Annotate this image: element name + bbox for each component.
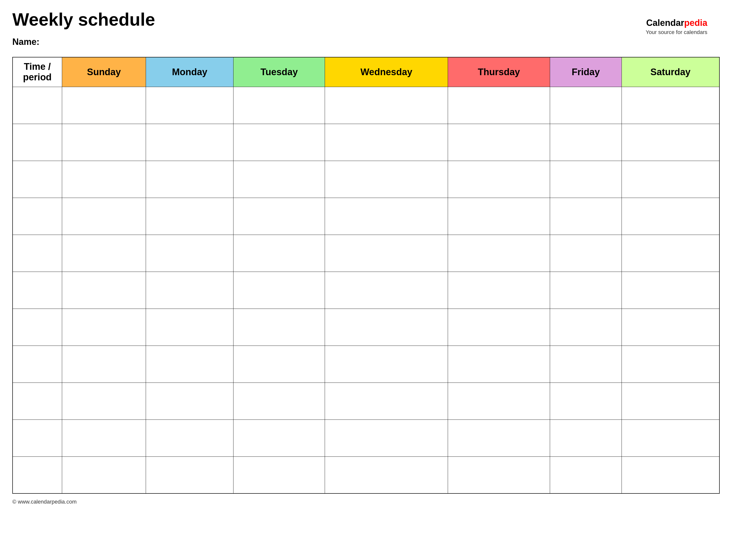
schedule-cell[interactable] bbox=[448, 383, 550, 420]
table-row bbox=[13, 235, 719, 272]
schedule-cell[interactable] bbox=[622, 346, 719, 383]
schedule-cell[interactable] bbox=[62, 383, 146, 420]
schedule-cell[interactable] bbox=[233, 272, 325, 309]
schedule-cell[interactable] bbox=[325, 161, 448, 198]
time-cell[interactable] bbox=[13, 87, 62, 124]
footer-website: © www.calendarpedia.com bbox=[12, 499, 720, 505]
schedule-cell[interactable] bbox=[62, 272, 146, 309]
schedule-cell[interactable] bbox=[550, 383, 622, 420]
schedule-cell[interactable] bbox=[325, 235, 448, 272]
header-thursday: Thursday bbox=[448, 57, 550, 87]
schedule-cell[interactable] bbox=[622, 272, 719, 309]
table-row bbox=[13, 161, 719, 198]
schedule-cell[interactable] bbox=[622, 161, 719, 198]
schedule-cell[interactable] bbox=[325, 309, 448, 346]
schedule-cell[interactable] bbox=[325, 124, 448, 161]
schedule-cell[interactable] bbox=[62, 87, 146, 124]
schedule-cell[interactable] bbox=[146, 346, 233, 383]
schedule-cell[interactable] bbox=[146, 420, 233, 456]
schedule-cell[interactable] bbox=[622, 235, 719, 272]
schedule-cell[interactable] bbox=[325, 346, 448, 383]
schedule-cell[interactable] bbox=[448, 309, 550, 346]
schedule-cell[interactable] bbox=[622, 198, 719, 235]
schedule-cell[interactable] bbox=[622, 383, 719, 420]
schedule-cell[interactable] bbox=[448, 235, 550, 272]
time-cell[interactable] bbox=[13, 124, 62, 161]
table-row bbox=[13, 383, 719, 420]
time-cell[interactable] bbox=[13, 383, 62, 420]
schedule-cell[interactable] bbox=[62, 235, 146, 272]
schedule-cell[interactable] bbox=[325, 198, 448, 235]
schedule-cell[interactable] bbox=[233, 346, 325, 383]
schedule-cell[interactable] bbox=[550, 456, 622, 493]
schedule-cell[interactable] bbox=[550, 346, 622, 383]
schedule-cell[interactable] bbox=[448, 161, 550, 198]
schedule-cell[interactable] bbox=[550, 198, 622, 235]
schedule-cell[interactable] bbox=[146, 309, 233, 346]
schedule-cell[interactable] bbox=[448, 456, 550, 493]
schedule-cell[interactable] bbox=[550, 87, 622, 124]
time-cell[interactable] bbox=[13, 420, 62, 456]
header-wednesday: Wednesday bbox=[325, 57, 448, 87]
schedule-cell[interactable] bbox=[146, 161, 233, 198]
schedule-cell[interactable] bbox=[325, 272, 448, 309]
schedule-cell[interactable] bbox=[146, 235, 233, 272]
schedule-cell[interactable] bbox=[62, 198, 146, 235]
schedule-cell[interactable] bbox=[325, 456, 448, 493]
schedule-cell[interactable] bbox=[233, 124, 325, 161]
schedule-cell[interactable] bbox=[622, 124, 719, 161]
table-row bbox=[13, 124, 719, 161]
schedule-cell[interactable] bbox=[146, 456, 233, 493]
schedule-cell[interactable] bbox=[62, 420, 146, 456]
schedule-cell[interactable] bbox=[62, 161, 146, 198]
schedule-cell[interactable] bbox=[622, 420, 719, 456]
schedule-table: Time / period Sunday Monday Tuesday Wedn… bbox=[12, 57, 720, 494]
schedule-cell[interactable] bbox=[146, 383, 233, 420]
time-cell[interactable] bbox=[13, 198, 62, 235]
schedule-cell[interactable] bbox=[233, 235, 325, 272]
schedule-cell[interactable] bbox=[146, 198, 233, 235]
time-cell[interactable] bbox=[13, 272, 62, 309]
schedule-cell[interactable] bbox=[233, 161, 325, 198]
schedule-cell[interactable] bbox=[62, 456, 146, 493]
time-cell[interactable] bbox=[13, 235, 62, 272]
schedule-cell[interactable] bbox=[146, 87, 233, 124]
schedule-cell[interactable] bbox=[325, 87, 448, 124]
schedule-cell[interactable] bbox=[62, 346, 146, 383]
schedule-cell[interactable] bbox=[448, 87, 550, 124]
schedule-cell[interactable] bbox=[448, 272, 550, 309]
schedule-cell[interactable] bbox=[62, 309, 146, 346]
header-row: Time / period Sunday Monday Tuesday Wedn… bbox=[13, 57, 719, 87]
schedule-cell[interactable] bbox=[622, 87, 719, 124]
schedule-cell[interactable] bbox=[622, 309, 719, 346]
schedule-cell[interactable] bbox=[325, 383, 448, 420]
schedule-cell[interactable] bbox=[550, 420, 622, 456]
schedule-cell[interactable] bbox=[233, 198, 325, 235]
time-cell[interactable] bbox=[13, 309, 62, 346]
schedule-cell[interactable] bbox=[233, 87, 325, 124]
schedule-cell[interactable] bbox=[622, 456, 719, 493]
schedule-cell[interactable] bbox=[233, 456, 325, 493]
time-cell[interactable] bbox=[13, 346, 62, 383]
brand-logo: Calendarpedia Your source for calendars bbox=[646, 17, 707, 36]
schedule-cell[interactable] bbox=[550, 161, 622, 198]
schedule-cell[interactable] bbox=[233, 309, 325, 346]
schedule-cell[interactable] bbox=[146, 124, 233, 161]
schedule-cell[interactable] bbox=[448, 346, 550, 383]
schedule-cell[interactable] bbox=[233, 420, 325, 456]
time-cell[interactable] bbox=[13, 161, 62, 198]
brand-name-pedia: pedia bbox=[684, 18, 707, 28]
brand-name-calendar: Calendar bbox=[646, 18, 684, 28]
schedule-cell[interactable] bbox=[233, 383, 325, 420]
time-cell[interactable] bbox=[13, 456, 62, 493]
schedule-cell[interactable] bbox=[448, 198, 550, 235]
schedule-cell[interactable] bbox=[550, 124, 622, 161]
schedule-cell[interactable] bbox=[448, 124, 550, 161]
schedule-cell[interactable] bbox=[550, 235, 622, 272]
schedule-cell[interactable] bbox=[325, 420, 448, 456]
schedule-cell[interactable] bbox=[550, 272, 622, 309]
schedule-cell[interactable] bbox=[146, 272, 233, 309]
schedule-cell[interactable] bbox=[448, 420, 550, 456]
schedule-cell[interactable] bbox=[550, 309, 622, 346]
schedule-cell[interactable] bbox=[62, 124, 146, 161]
